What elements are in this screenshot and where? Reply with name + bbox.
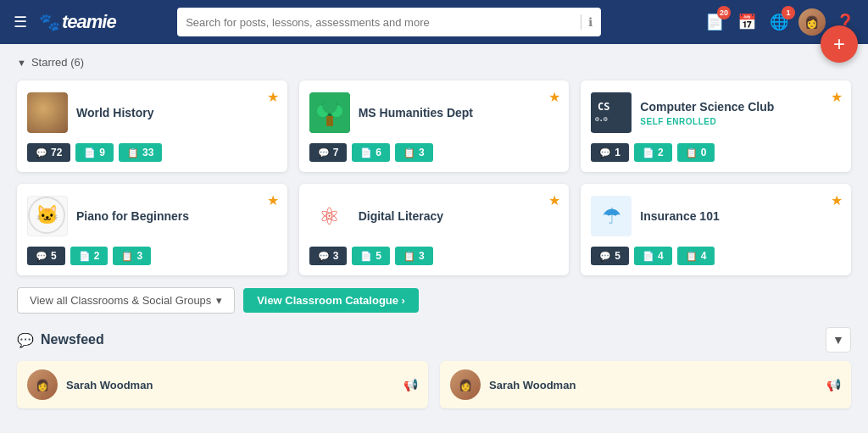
newsfeed-title: 💬 Newsfeed xyxy=(17,332,104,348)
insurance-icon: ☂ xyxy=(602,203,621,230)
star-icon[interactable]: ★ xyxy=(831,192,843,208)
stat-value: 6 xyxy=(376,147,381,158)
card-thumb-world-history xyxy=(27,92,68,133)
svg-text:CS: CS xyxy=(598,101,609,113)
globe-button[interactable]: 🌐 1 xyxy=(766,9,792,35)
post-icon: 📄 xyxy=(360,147,372,158)
card-title: Digital Literacy xyxy=(359,208,559,224)
stat-posts: 📄 2 xyxy=(70,247,108,265)
view-catalogue-button[interactable]: View Classroom Catalogue › xyxy=(243,288,419,313)
calendar-button[interactable]: 📅 xyxy=(734,9,760,35)
stat-assessments: 📋 0 xyxy=(677,143,715,162)
logo[interactable]: 🐾 teamie xyxy=(39,11,116,33)
stat-value: 72 xyxy=(51,147,62,158)
filter-button[interactable]: ▼ xyxy=(826,327,851,353)
header: ☰ 🐾 teamie ℹ 📄 20 📅 🌐 1 👩 ❓ + xyxy=(0,0,868,44)
stat-value: 2 xyxy=(658,147,664,158)
svg-text:⚙.⚙: ⚙.⚙ xyxy=(595,115,608,123)
globe-badge: 1 xyxy=(782,6,795,19)
stat-value: 0 xyxy=(701,147,707,158)
star-icon[interactable]: ★ xyxy=(267,89,279,105)
post-icon: 📄 xyxy=(84,147,96,158)
card-thumb-cs-club: CS ⚙.⚙ xyxy=(591,92,632,133)
stat-value: 3 xyxy=(419,147,425,158)
avatar[interactable]: 👩 xyxy=(798,8,826,36)
stat-value: 33 xyxy=(142,147,153,158)
star-icon[interactable]: ★ xyxy=(548,89,560,105)
menu-icon[interactable]: ☰ xyxy=(10,9,31,35)
newsfeed-card-1[interactable]: 👩 Sarah Woodman 📢 xyxy=(440,361,851,408)
stat-assessments: 📋 3 xyxy=(395,247,433,265)
dropdown-chevron-icon: ▾ xyxy=(216,294,222,307)
card-digital-literacy[interactable]: ★ ⚛ Digital Literacy 💬 3 📄 5 xyxy=(299,184,570,275)
card-stats: 💬 5 📄 2 📋 3 xyxy=(27,247,277,265)
assessment-icon: 📋 xyxy=(403,147,415,158)
card-insurance[interactable]: ★ ☂ Insurance 101 💬 5 📄 4 xyxy=(581,184,851,275)
comment-icon: 💬 xyxy=(36,147,47,158)
comment-icon: 💬 xyxy=(318,251,330,262)
comment-icon: 💬 xyxy=(318,147,330,158)
card-header: MS Humanities Dept xyxy=(309,92,559,133)
starred-chevron-icon: ▼ xyxy=(17,58,26,68)
card-header: CS ⚙.⚙ Computer Science Club SELF ENROLL… xyxy=(591,92,841,133)
card-title: MS Humanities Dept xyxy=(359,105,559,120)
post-icon: 📄 xyxy=(643,147,654,158)
star-icon[interactable]: ★ xyxy=(548,192,560,208)
star-icon[interactable]: ★ xyxy=(831,89,843,105)
starred-header[interactable]: ▼ Starred (6) xyxy=(17,56,851,69)
card-cs-club[interactable]: ★ CS ⚙.⚙ Computer Science Club SELF ENRO… xyxy=(581,80,851,172)
piano-icon: 🐱 xyxy=(28,197,65,234)
stat-value: 2 xyxy=(94,250,100,262)
logo-text: teamie xyxy=(62,11,116,33)
stat-comments: 💬 7 xyxy=(309,143,348,162)
fab-button[interactable]: + xyxy=(821,25,858,63)
view-all-classrooms-button[interactable]: View all Classrooms & Social Groups ▾ xyxy=(17,287,235,314)
card-title: World History xyxy=(76,105,277,120)
card-piano[interactable]: ★ 🐱 Piano for Beginners 💬 5 📄 2 xyxy=(17,184,287,275)
card-header: World History xyxy=(27,92,277,133)
stat-comments: 💬 1 xyxy=(591,143,629,162)
stat-posts: 📄 2 xyxy=(634,143,672,162)
stat-value: 5 xyxy=(615,250,620,262)
search-bar[interactable]: ℹ xyxy=(177,8,601,36)
card-title-area: Insurance 101 xyxy=(640,208,841,224)
bottom-actions: View all Classrooms & Social Groups ▾ Vi… xyxy=(17,287,851,314)
newsfeed-label: Newsfeed xyxy=(41,332,104,347)
stat-comments: 💬 72 xyxy=(27,143,70,162)
post-icon: 📄 xyxy=(360,251,372,262)
notification-badge: 20 xyxy=(717,6,731,19)
ms-humanities-img xyxy=(309,92,350,133)
cards-grid: ★ World History 💬 72 📄 9 xyxy=(17,80,851,275)
newsfeed-card-0[interactable]: 👩 Sarah Woodman 📢 xyxy=(17,361,428,408)
newsfeed-name-1: Sarah Woodman xyxy=(489,379,576,391)
assessment-icon: 📋 xyxy=(121,251,133,262)
stat-posts: 📄 9 xyxy=(75,143,114,162)
stat-value: 3 xyxy=(333,250,339,262)
info-icon[interactable]: ℹ xyxy=(588,15,593,29)
stat-assessments: 📋 33 xyxy=(119,143,162,162)
stat-value: 7 xyxy=(333,147,339,158)
card-title: Piano for Beginners xyxy=(76,208,277,224)
card-header: ⚛ Digital Literacy xyxy=(309,196,559,236)
card-header: 🐱 Piano for Beginners xyxy=(27,196,277,236)
newsfeed-section-header: 💬 Newsfeed ▼ xyxy=(17,327,851,353)
comment-icon: 💬 xyxy=(599,147,611,158)
notifications-button[interactable]: 📄 20 xyxy=(702,9,727,35)
card-stats: 💬 72 📄 9 📋 33 xyxy=(27,143,277,162)
card-title-area: Computer Science Club SELF ENROLLED xyxy=(640,99,841,125)
starred-label: Starred (6) xyxy=(31,56,84,69)
card-world-history[interactable]: ★ World History 💬 72 📄 9 xyxy=(17,80,287,172)
search-input[interactable] xyxy=(186,16,574,29)
view-all-classrooms-label: View all Classrooms & Social Groups xyxy=(30,294,211,307)
stat-value: 4 xyxy=(701,250,707,262)
stat-comments: 💬 5 xyxy=(27,247,65,265)
star-icon[interactable]: ★ xyxy=(267,192,279,208)
newsfeed-avatar-0: 👩 xyxy=(27,369,58,400)
svg-point-4 xyxy=(322,98,337,114)
stat-value: 3 xyxy=(136,250,142,262)
search-divider xyxy=(581,14,581,30)
svg-rect-5 xyxy=(326,116,333,126)
comment-icon: 💬 xyxy=(599,251,611,262)
card-thumb-piano: 🐱 xyxy=(27,196,68,236)
card-ms-humanities[interactable]: ★ MS Humanities De xyxy=(299,80,570,172)
